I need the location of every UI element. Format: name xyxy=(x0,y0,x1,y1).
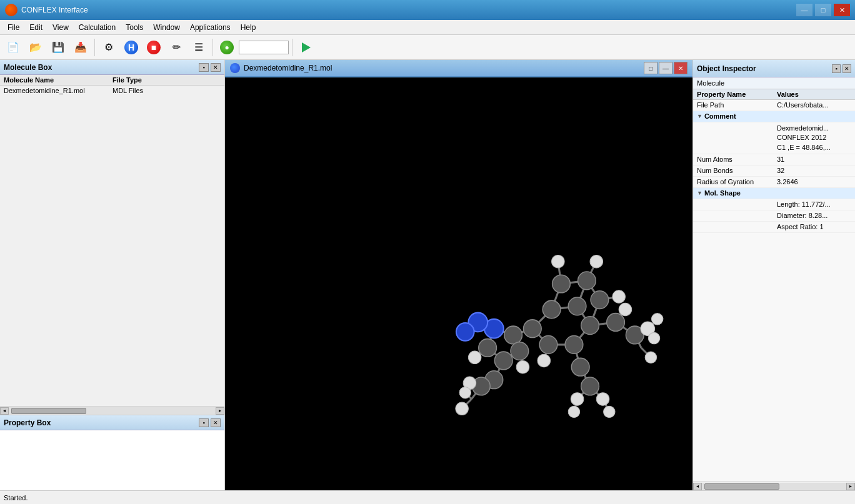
svg-point-57 xyxy=(581,377,599,395)
scroll-left-arrow[interactable]: ◂ xyxy=(0,407,9,415)
property-box-restore[interactable]: ▪ xyxy=(199,418,209,427)
list-button[interactable] xyxy=(188,37,209,58)
import-button[interactable] xyxy=(70,37,91,58)
obj-rog-label: Radius of Gyration xyxy=(693,177,774,187)
obj-inspector-close[interactable]: ✕ xyxy=(842,64,851,73)
object-inspector-subheader: Molecule xyxy=(693,77,855,89)
maximize-button[interactable]: □ xyxy=(815,4,831,16)
molecule-type-cell: MDL Files xyxy=(112,87,224,94)
open-icon xyxy=(29,41,42,53)
property-box-close[interactable]: ✕ xyxy=(211,418,221,427)
molecule-box-close[interactable]: ✕ xyxy=(211,63,221,72)
obj-numatoms-label: Num Atoms xyxy=(693,154,774,164)
svg-point-81 xyxy=(468,351,481,363)
globe-button[interactable]: ● xyxy=(216,37,238,58)
open-button[interactable] xyxy=(25,37,46,58)
window-controls: — □ ✕ xyxy=(796,4,850,16)
obj-inspector-hscroll[interactable]: ◂ ▸ xyxy=(693,482,855,490)
property-box: Property Box ▪ ✕ xyxy=(0,415,224,490)
menu-applications[interactable]: Applications xyxy=(185,22,236,33)
menu-window[interactable]: Window xyxy=(148,22,185,33)
molecule-table-body: Dexmedetomidine_R1.mol MDL Files xyxy=(0,86,224,406)
obj-aspectratio-label xyxy=(693,222,774,224)
svg-point-69 xyxy=(612,290,625,303)
save-button[interactable] xyxy=(48,37,69,58)
svg-point-84 xyxy=(459,387,471,398)
main-content: Molecule Box ▪ ✕ Molecule Name File Type… xyxy=(0,60,855,490)
menu-help[interactable]: Help xyxy=(236,22,261,33)
mol-viewer-close[interactable]: ✕ xyxy=(674,62,688,74)
obj-length-label xyxy=(693,199,774,202)
svg-point-45 xyxy=(523,320,541,338)
close-button[interactable]: ✕ xyxy=(834,4,850,16)
obj-comment-text: Dexmedetomid... CONFLEX 2012 C1 ,E = 48.… xyxy=(774,122,855,154)
menu-calculation[interactable]: Calculation xyxy=(74,22,121,33)
menu-edit[interactable]: Edit xyxy=(24,22,48,33)
minimize-button[interactable]: — xyxy=(796,4,812,16)
obj-molshape-section-label: ▼ Mol. Shape xyxy=(693,188,774,198)
obj-scroll-left[interactable]: ◂ xyxy=(693,483,702,490)
svg-point-52 xyxy=(578,272,596,290)
svg-point-50 xyxy=(539,335,558,353)
status-text: Started. xyxy=(4,494,28,502)
save-icon xyxy=(52,41,64,53)
play-button[interactable] xyxy=(296,37,317,58)
mol-viewer-minimize[interactable]: — xyxy=(659,62,672,74)
toolbar-separator-1 xyxy=(94,39,95,56)
svg-point-46 xyxy=(542,300,561,319)
scroll-right-arrow[interactable]: ▸ xyxy=(216,407,224,415)
import-icon xyxy=(74,41,87,53)
new-button[interactable] xyxy=(2,37,24,58)
status-bar: Started. xyxy=(0,490,855,504)
obj-inspector-restore[interactable]: ▪ xyxy=(832,64,841,73)
obj-row-aspectratio: Aspect Ratio: 1 xyxy=(693,222,855,233)
object-inspector-title: Object Inspector xyxy=(697,64,756,73)
stop-icon: ■ xyxy=(147,41,161,54)
obj-numbonds-value: 32 xyxy=(774,166,855,175)
tool-button-1[interactable] xyxy=(98,37,119,58)
molecule-hscroll[interactable]: ◂ ▸ xyxy=(0,406,224,415)
molecule-box-restore[interactable]: ▪ xyxy=(199,63,209,72)
svg-point-58 xyxy=(504,326,522,344)
stop-button[interactable]: ■ xyxy=(143,37,164,58)
search-input[interactable] xyxy=(239,41,289,54)
obj-section-molshape[interactable]: ▼ Mol. Shape xyxy=(693,188,855,199)
hscroll-thumb[interactable] xyxy=(11,408,86,414)
mol-viewer-maximize[interactable]: □ xyxy=(644,62,658,74)
menu-view[interactable]: View xyxy=(48,22,74,33)
molecule-viewer-icon xyxy=(230,63,240,73)
menu-tools[interactable]: Tools xyxy=(121,22,148,33)
molecule-box-title: Molecule Box xyxy=(4,63,52,72)
hydrogen-icon: H xyxy=(124,41,138,54)
object-inspector-table-header: Property Name Values xyxy=(693,89,855,100)
svg-point-47 xyxy=(568,297,586,315)
app-title: CONFLEX Interface xyxy=(21,6,796,14)
obj-aspectratio-value: Aspect Ratio: 1 xyxy=(774,222,855,232)
object-inspector-header: Object Inspector ▪ ✕ xyxy=(693,60,855,77)
svg-point-59 xyxy=(479,339,497,357)
tool-icon xyxy=(104,41,113,53)
obj-scroll-right[interactable]: ▸ xyxy=(846,483,855,490)
obj-length-value: Length: 11.772/... xyxy=(774,199,855,209)
object-inspector-controls: ▪ ✕ xyxy=(832,64,851,73)
property-box-header: Property Box ▪ ✕ xyxy=(0,415,224,430)
obj-section-comment[interactable]: ▼ Comment xyxy=(693,111,855,122)
obj-comment-name xyxy=(693,122,774,125)
toolbar: H ■ ● xyxy=(0,35,855,60)
molecule-box-header: Molecule Box ▪ ✕ xyxy=(0,60,224,75)
pen-button[interactable] xyxy=(166,37,187,58)
molecule-table-header: Molecule Name File Type xyxy=(0,75,224,86)
obj-hscroll-thumb[interactable] xyxy=(704,483,779,490)
molecule-canvas[interactable] xyxy=(225,77,692,490)
menu-file[interactable]: File xyxy=(2,22,24,33)
hydrogen-button[interactable]: H xyxy=(121,37,142,58)
obj-diameter-label xyxy=(693,210,774,213)
svg-point-61 xyxy=(511,342,529,360)
svg-point-53 xyxy=(591,291,609,309)
molecule-row-1[interactable]: Dexmedetomidine_R1.mol MDL Files xyxy=(0,86,224,96)
expand-icon-molshape: ▼ xyxy=(697,190,702,196)
hscroll-track[interactable] xyxy=(9,407,216,415)
obj-row-diameter: Diameter: 8.28... xyxy=(693,210,855,222)
object-inspector-table-body: File Path C:/Users/obata... ▼ Comment De… xyxy=(693,100,855,482)
obj-hscroll-track[interactable] xyxy=(702,483,846,490)
